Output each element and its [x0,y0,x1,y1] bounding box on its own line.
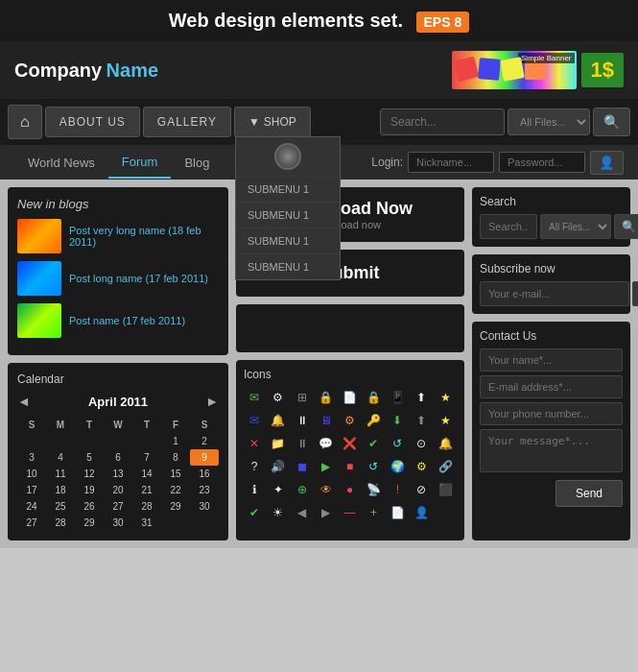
icon-cell[interactable]: ⬆ [411,387,432,408]
icon-cell[interactable]: ↺ [387,433,408,454]
search-input[interactable] [480,214,537,239]
icon-cell[interactable]: ✦ [268,479,289,500]
password-input[interactable] [499,152,585,173]
blog-link-1[interactable]: Post very long name (18 feb 2011) [69,225,219,248]
icon-cell[interactable]: 👤 [411,502,432,523]
cal-day-17[interactable]: 17 [17,482,46,498]
icon-cell[interactable]: 🖥 [316,410,337,431]
cal-day-14[interactable]: 14 [132,466,161,482]
icon-cell[interactable]: 🔔 [435,433,456,454]
blog-link-3[interactable]: Post name (17 feb 2011) [69,315,185,326]
cal-day-23[interactable]: 23 [190,482,219,498]
icon-cell[interactable]: — [340,502,361,523]
cal-day-w6-1[interactable]: 28 [46,515,75,531]
icon-cell[interactable]: 💬 [316,433,337,454]
cal-day-27[interactable]: 27 [104,498,132,515]
icon-cell[interactable]: 📡 [363,479,384,500]
nav-search-button[interactable]: 🔍 [593,108,630,136]
contact-message-input[interactable] [480,429,623,472]
cal-day-15[interactable]: 15 [161,466,190,482]
home-button[interactable]: ⌂ [8,105,42,139]
gallery-button[interactable]: GALLERY [143,107,231,137]
icon-cell[interactable]: 📄 [340,387,361,408]
submenu-item-1[interactable]: SUBMENU 1 [236,176,340,202]
subscribe-button[interactable]: ✉ [632,281,638,306]
icon-cell[interactable]: 📁 [268,433,289,454]
cal-day-22[interactable]: 22 [161,482,190,498]
cal-day-11[interactable]: 11 [46,466,75,482]
icon-cell[interactable]: 🔔 [268,410,289,431]
nickname-input[interactable] [408,152,494,173]
blog-link-2[interactable]: Post long name (17 feb 2011) [69,273,208,284]
nav-search-select[interactable]: All Files... [508,108,590,135]
submenu-item-3[interactable]: SUBMENU 1 [236,228,340,253]
nav-world-news[interactable]: World News [14,148,108,178]
icon-cell[interactable]: ❌ [340,433,361,454]
icon-cell[interactable]: ⚙ [268,387,289,408]
cal-day-13[interactable]: 13 [104,466,132,482]
icon-cell[interactable]: ◀ [292,502,313,523]
icon-cell[interactable]: + [363,502,384,523]
cal-day-24[interactable]: 24 [17,498,46,515]
cal-day-29[interactable]: 29 [161,498,190,515]
cal-day-21[interactable]: 21 [132,482,161,498]
icon-cell[interactable]: ★ [435,387,456,408]
cal-day-16[interactable]: 16 [190,466,219,482]
icon-cell[interactable]: ⬛ [435,479,456,500]
cal-day-18[interactable]: 18 [46,482,75,498]
icon-cell[interactable]: ⬆ [411,410,432,431]
about-us-button[interactable]: ABOUT US [45,107,140,137]
submenu-item-4[interactable]: SUBMENU 1 [236,253,340,279]
cal-day-31[interactable]: 31 [132,515,161,531]
nav-search-input[interactable] [380,108,505,135]
icon-cell[interactable]: ! [387,479,408,500]
icon-cell[interactable]: ✔ [363,433,384,454]
cal-day-w6-0[interactable]: 27 [17,515,46,531]
cal-day-19[interactable]: 19 [75,482,104,498]
icon-cell[interactable]: ⊘ [411,479,432,500]
cal-day-8[interactable]: 8 [161,449,190,466]
cal-day-5[interactable]: 5 [75,449,104,466]
cal-day-25[interactable]: 25 [46,498,75,515]
cal-day-26[interactable]: 26 [75,498,104,515]
icon-cell[interactable]: 🔊 [268,456,289,477]
contact-name-input[interactable] [480,348,623,372]
cal-day-w6-3[interactable]: 30 [104,515,132,531]
email-input[interactable] [480,281,629,306]
search-select[interactable]: All Files... [540,214,611,239]
cal-day-9[interactable]: 9 [190,449,219,466]
contact-phone-input[interactable] [480,402,623,425]
cal-day-28[interactable]: 28 [132,498,161,515]
cal-day-2[interactable]: 2 [190,433,219,449]
nav-blog[interactable]: Blog [171,148,223,178]
icon-cell[interactable]: 🔑 [363,410,384,431]
contact-email-input[interactable] [480,375,623,398]
login-button[interactable]: 👤 [590,151,624,175]
icon-cell[interactable]: ● [340,479,361,500]
calendar-next-button[interactable]: ► [205,394,219,409]
icon-cell[interactable]: ◼ [292,456,313,477]
icon-cell[interactable]: 🔗 [435,456,456,477]
search-button[interactable]: 🔍 [614,214,638,239]
icon-cell[interactable]: ▶ [316,502,337,523]
icon-cell[interactable]: 📱 [387,387,408,408]
cal-day-1[interactable]: 1 [161,433,190,449]
icon-cell[interactable]: ⏸ [292,410,313,431]
icon-cell[interactable]: 🔒 [363,387,384,408]
icon-cell[interactable]: ℹ [244,479,265,500]
cal-day-3[interactable]: 3 [17,449,46,466]
icon-cell[interactable]: ▶ [316,456,337,477]
icon-cell[interactable]: 🔒 [316,387,337,408]
icon-cell[interactable]: ⚙ [411,456,432,477]
icon-cell[interactable]: ✉ [244,387,265,408]
shop-dropdown[interactable]: ▼ SHOP SUBMENU 1 SUBMENU 1 SUBMENU 1 SUB… [234,107,311,137]
icon-cell[interactable]: 👁 [316,479,337,500]
cal-day-10[interactable]: 10 [17,466,46,482]
cal-day-30[interactable]: 30 [190,498,219,515]
icon-cell[interactable]: ✔ [244,502,265,523]
cal-day-12[interactable]: 12 [75,466,104,482]
icon-cell[interactable]: ✉ [244,410,265,431]
icon-cell[interactable]: 📄 [387,502,408,523]
icon-cell[interactable]: ★ [435,410,456,431]
cal-day-w6-2[interactable]: 29 [75,515,104,531]
